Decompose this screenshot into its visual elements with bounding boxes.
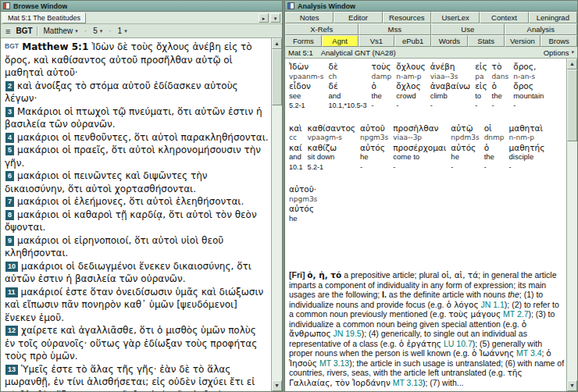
verse-reference-link[interactable]: JN 1.1 [479,300,505,309]
scroll-up-icon[interactable]: ▲ [567,59,577,69]
verse-number-badge[interactable]: 6 [5,171,14,181]
morph-word-column[interactable]: προσῆλθανviaa--3pπροσέρχομαιcome to- [393,123,446,173]
morph-ln-ref: - [513,101,544,111]
verse-reference-link[interactable]: MT 2.7 [501,309,528,319]
morph-group: Ἰδὼνvpaanm-sεἶδονsee5.2-1δὲchδέand10.1,*… [289,62,565,111]
tab-agnt[interactable]: Agnt [322,35,359,47]
chevron-down-icon: ▾ [75,28,78,34]
verse-reference-link[interactable]: MT 3.4 [514,348,541,358]
tab-leningrad[interactable]: Leningrad [529,12,577,23]
morph-word-column[interactable]: αὐτοῦ·npgm3sαὐτόςhe [289,184,317,223]
morph-word-column[interactable]: τὸdansὁthe- [492,62,509,111]
verse-text: μακάριοι οἱ εἰρηνοποιοί, ὅτι αὐτοὶ υἱοὶ … [5,235,223,259]
morph-word-column[interactable]: καθίσαντοςvpaagm-sκαθίζωsit down5.2-1 [308,123,355,173]
browse-scroll-track[interactable] [272,49,282,380]
verse-number-badge[interactable]: 10 [5,262,18,272]
verse-text: μακάριοι οἱ δεδιωγμένοι ἕνεκεν δικαιοσύν… [5,261,252,285]
tab-list-icon[interactable]: ▾ [270,13,280,23]
analysis-window-title: Analysis Window [298,2,355,10]
verse-number-badge[interactable]: 7 [5,197,14,207]
tab-stats[interactable]: Stats [468,35,505,47]
analysis-scrollbar[interactable]: ▲ ▼ [566,59,577,391]
tabs-row-1: NotesEditorResourcesUserLexContextLening… [285,12,577,23]
analysis-window-icon [287,2,294,9]
morph-word-column[interactable]: εἰςpaεἰςto- [475,62,487,111]
verse-number-badge[interactable]: 13 [5,365,18,375]
verse-number-badge[interactable]: 5 [5,145,14,155]
tab-brows[interactable]: Brows [541,35,577,47]
morph-form: ἀνέβη [430,62,471,72]
morph-word-column[interactable]: μαθηταὶn-nm-pμαθητήςdisciple- [509,123,545,173]
browse-window-title: Browse Window [13,2,67,10]
tab-editor[interactable]: Editor [334,12,382,23]
morph-lemma: δέ [328,81,366,91]
scroll-down-icon[interactable]: ▼ [567,380,577,391]
morph-form: αὐτῷ [451,123,479,134]
chevron-down-icon: ▾ [100,28,103,34]
options-button[interactable]: Options ▾ [544,48,574,57]
morph-word-column[interactable]: ὄρος,n-an-sὄροςmountain- [513,62,544,111]
tab-epub1[interactable]: ePub1 [394,35,431,47]
morph-gloss: disciple [509,152,545,162]
morph-parse-code: damp [372,72,392,82]
verse-selector[interactable]: 1 ▾ [116,27,130,35]
verse-number-badge[interactable]: 8 [5,210,14,220]
browse-text-pane[interactable]: BGT Matthew 5:1 Ἰδὼν δὲ τοὺς ὄχλους ἀνέβ… [1,38,271,391]
morph-word-column[interactable]: Ἰδὼνvpaanm-sεἶδονsee5.2-1 [289,62,323,111]
tab-x-refs[interactable]: X-Refs [285,23,359,35]
verse-reference-link[interactable]: MT 3.13 [391,378,423,387]
tab-forms[interactable]: Forms [285,35,322,47]
analysis-titlebar[interactable]: Analysis Window [285,1,577,12]
morph-word-column[interactable]: καὶccκαίand10.1 [289,123,303,173]
morph-word-column[interactable]: ἀνέβηviaa--3sἀναβαίνωclimb- [430,62,471,111]
morph-word-column[interactable]: οἱdnmpὁthe- [484,123,505,173]
analysis-content[interactable]: Ἰδὼνvpaanm-sεἶδονsee5.2-1δὲchδέand10.1,*… [285,59,566,391]
scroll-down-icon[interactable]: ▼ [272,380,282,391]
morph-parse-code: dans [492,72,509,82]
verse-paragraph: 12χαίρετε καὶ ἀγαλλιᾶσθε, ὅτι ὁ μισθὸς ὑ… [5,324,269,363]
verse-reference-link[interactable]: MT 3.13 [317,358,349,368]
browse-scroll-thumb[interactable] [272,49,282,105]
morph-ln-ref: - [475,101,487,111]
scroll-up-icon[interactable]: ▲ [272,38,282,49]
book-selector[interactable]: Matthew ▾ [41,27,80,35]
tab-next-icon[interactable]: ▸ [259,13,269,23]
morph-ln-ref: - [484,162,505,173]
tab-analysis[interactable]: Analysis [505,23,578,35]
analysis-scroll-track[interactable] [567,69,577,380]
tab-vs1[interactable]: Vs1 [359,35,395,47]
tab-notes[interactable]: Notes [285,12,334,23]
chapter-selector[interactable]: 5 ▾ [91,27,105,35]
morph-word-column[interactable]: αὐτῷnpdm3sαὐτόςhe- [451,123,479,173]
morph-lemma: μαθητής [509,143,545,153]
morph-parse-code: n-nm-p [509,133,545,143]
verse-number-badge[interactable]: 3 [5,107,14,117]
verse-number-badge[interactable]: 12 [5,326,18,336]
morph-word-column[interactable]: δὲchδέand10.1,*10.5-3 [328,62,366,111]
browse-titlebar[interactable]: Browse Window [1,1,282,12]
verse-reference-link[interactable]: JN 19.5 [331,329,362,338]
morph-word-column[interactable]: αὐτοῦnpgm3sαὐτόςhe- [360,123,388,173]
bibleworks-workspace: Browse Window Mat 5:1 The Beatitudes ▸ ▾… [0,0,578,392]
tab-context[interactable]: Context [480,12,528,23]
verse-number-badge[interactable]: 2 [5,81,14,91]
tab-resources[interactable]: Resources [383,12,431,23]
passage-tab[interactable]: Mat 5:1 The Beatitudes [2,12,86,23]
verse-number-badge[interactable]: 11 [5,287,18,298]
tab-words[interactable]: Words [431,35,468,47]
tab-use[interactable]: Use [431,23,505,35]
verse-reference-link[interactable]: LU 10.7 [441,339,473,348]
tab-version[interactable]: Version [505,35,541,47]
tab-mss[interactable]: Mss [359,23,432,35]
analysis-scroll-thumb[interactable] [567,69,577,141]
version-selector[interactable]: BGT [16,27,32,35]
browse-scrollbar[interactable]: ▲ ▼ [271,38,282,391]
tab-userlex[interactable]: UserLex [431,12,480,23]
morph-form: καθίσαντος [308,123,355,134]
morph-lemma: αὐτός [360,143,388,153]
verse-number-badge[interactable]: 9 [5,236,14,246]
menu-icon[interactable]: ≡ [4,26,12,37]
morph-word-column[interactable]: ὄχλουςn-am-pὄχλοςcrowd- [396,62,425,111]
verse-number-badge[interactable]: 4 [5,133,14,143]
morph-word-column[interactable]: τοὺςdampὁthe- [372,62,392,111]
